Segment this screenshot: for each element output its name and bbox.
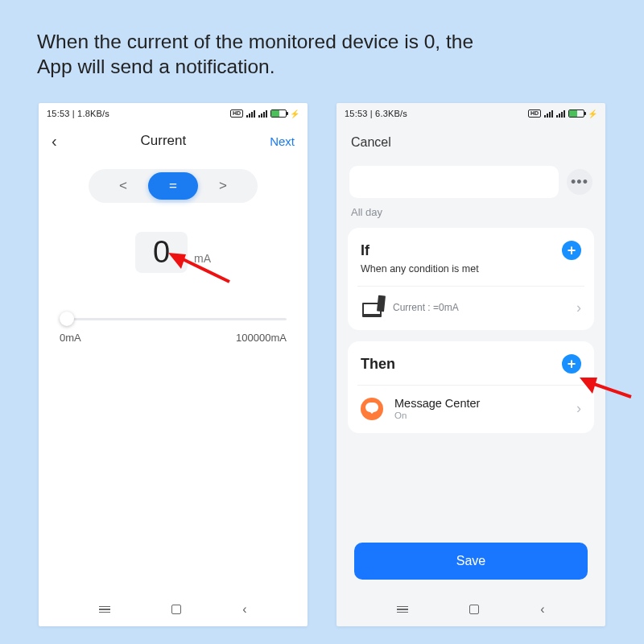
hd-badge-icon: HD [528,109,541,118]
value-unit: mA [194,252,211,273]
banner-line-2: App will send a notification. [37,56,275,77]
action-row[interactable]: Message Center On › [361,397,581,420]
operator-less-than[interactable]: < [98,172,148,200]
chevron-right-icon: › [576,299,581,316]
automation-name-row: ••• [336,161,605,198]
banner-line-1: When the current of the monitored device… [37,31,473,52]
operator-selector: < = > [89,169,258,203]
signal-1-icon [544,110,553,118]
more-options-button[interactable]: ••• [567,169,592,195]
charging-icon: ⚡ [588,109,597,118]
cancel-button[interactable]: Cancel [351,135,391,150]
if-card: If + When any condition is met Current :… [348,228,594,330]
nav-bar: Cancel [336,124,605,161]
slider-max: 100000mA [236,332,287,344]
home-button[interactable] [171,605,181,614]
slider-min: 0mA [60,332,81,344]
status-bar: 15:53 | 6.3KB/s HD ⚡ [336,103,605,124]
nav-bar: ‹ Current Next [39,124,308,158]
chevron-right-icon: › [576,400,581,417]
phone-automation-screen: 15:53 | 6.3KB/s HD ⚡ Cancel ••• All day … [336,103,605,626]
if-title: If [361,242,369,259]
recents-button[interactable] [397,606,408,613]
value-input[interactable]: 0 [135,232,188,273]
back-nav-button[interactable]: ‹ [242,602,246,617]
operator-greater-than[interactable]: > [198,172,248,200]
status-time: 15:53 | 1.8KB/s [47,109,109,118]
hd-badge-icon: HD [230,109,243,118]
value-input-row: 0 mA [39,232,308,273]
value-slider[interactable]: 0mA 100000mA [60,318,287,344]
condition-row[interactable]: Current : =0mA › [361,298,581,317]
instruction-banner: When the current of the monitored device… [37,29,607,80]
slider-track [60,318,287,320]
slider-labels: 0mA 100000mA [60,332,287,344]
then-title: Then [361,356,395,373]
condition-text: Current : =0mA [393,302,459,313]
status-bar: 15:53 | 1.8KB/s HD ⚡ [39,103,308,124]
android-nav-bar: ‹ [336,597,605,621]
then-card: Then + Message Center On › [348,341,594,433]
slider-thumb[interactable] [60,312,74,326]
divider [357,385,584,386]
back-nav-button[interactable]: ‹ [540,602,544,617]
automation-name-input[interactable] [349,166,559,198]
action-title: Message Center [394,397,480,410]
status-icons: HD ⚡ [528,109,597,118]
divider [357,286,584,287]
schedule-label[interactable]: All day [336,198,605,225]
save-button[interactable]: Save [354,543,588,580]
message-icon [361,398,383,420]
next-button[interactable]: Next [270,134,295,148]
signal-1-icon [246,110,255,118]
battery-icon [568,109,584,118]
recents-button[interactable] [99,606,110,613]
if-subtitle: When any condition is met [361,263,581,275]
home-button[interactable] [469,605,479,614]
phone-current-screen: 15:53 | 1.8KB/s HD ⚡ ‹ Current Next < = … [39,103,308,626]
signal-2-icon [258,110,267,118]
page-title: Current [141,133,187,149]
signal-2-icon [556,110,565,118]
battery-icon [270,109,287,118]
add-action-button[interactable]: + [562,354,581,374]
action-subtitle: On [394,411,480,420]
status-time: 15:53 | 6.3KB/s [345,109,407,118]
operator-equals[interactable]: = [148,172,198,200]
status-icons: HD ⚡ [230,109,299,118]
back-button[interactable]: ‹ [52,132,57,151]
device-icon [361,298,383,317]
charging-icon: ⚡ [290,109,299,118]
add-condition-button[interactable]: + [562,241,581,260]
android-nav-bar: ‹ [39,597,308,621]
